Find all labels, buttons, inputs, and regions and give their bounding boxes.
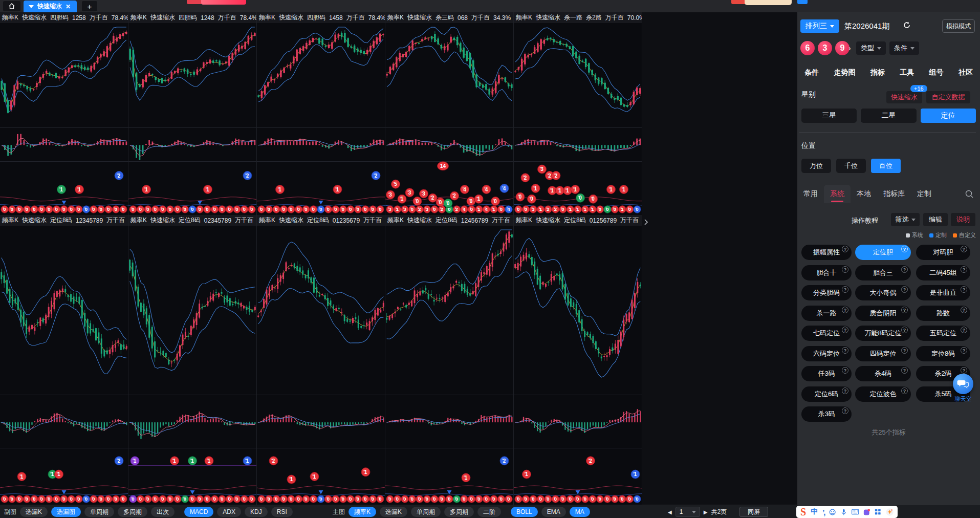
indicator-button[interactable]: 定位波色?: [855, 386, 911, 402]
library-tab[interactable]: 本地: [851, 185, 877, 203]
sidebar-nav-tab[interactable]: 走势图: [834, 68, 855, 80]
help-circle-icon[interactable]: ?: [901, 266, 908, 273]
toolbar-button[interactable]: 二阶: [477, 507, 501, 517]
refresh-icon[interactable]: [903, 21, 911, 31]
help-circle-icon[interactable]: ?: [842, 246, 848, 252]
indicator-button[interactable]: 二码45组?: [916, 265, 970, 280]
tutorial-link[interactable]: 操作教程: [852, 216, 878, 225]
help-circle-icon[interactable]: ?: [842, 266, 848, 273]
help-circle-icon[interactable]: ?: [901, 327, 908, 333]
edit-button[interactable]: 编辑: [923, 213, 948, 226]
chart-canvas[interactable]: 00000000000000000112: [257, 23, 385, 215]
indicator-button[interactable]: 振幅属性?: [801, 245, 852, 260]
indicator-button[interactable]: 胆合十?: [801, 265, 852, 280]
toolbar-button[interactable]: RSI: [271, 507, 293, 517]
help-circle-icon[interactable]: ?: [961, 286, 967, 293]
sidebar-nav-tab[interactable]: 工具: [900, 68, 914, 80]
indicator-button[interactable]: 六码定位?: [801, 346, 852, 361]
chat-icon[interactable]: [953, 374, 973, 394]
toolbar-button[interactable]: MA: [570, 507, 590, 517]
ime-punctuation-toggle[interactable]: ’,: [822, 508, 824, 516]
help-circle-icon[interactable]: ?: [842, 387, 848, 394]
next-arrow[interactable]: ›: [848, 44, 851, 52]
sidebar-nav-tab[interactable]: 指标: [870, 68, 885, 80]
star-mode-button[interactable]: 定位: [921, 109, 976, 123]
toolbar-button[interactable]: 选漏K: [20, 507, 48, 517]
page-select[interactable]: 1: [676, 507, 700, 517]
indicator-button[interactable]: 质合阴阳?: [855, 306, 911, 321]
help-circle-icon[interactable]: ?: [961, 307, 967, 313]
indicator-button[interactable]: 七码定位?: [801, 326, 852, 341]
help-circle-icon[interactable]: ?: [901, 387, 908, 394]
chart-canvas[interactable]: 0000000000000000012: [385, 226, 513, 505]
toolbar-button[interactable]: ADX: [217, 507, 241, 517]
toolbar-button[interactable]: 单周期: [411, 507, 441, 517]
sidebar-nav-tab[interactable]: 条件: [804, 68, 819, 80]
toolbar-button[interactable]: KDJ: [245, 507, 268, 517]
ime-logo[interactable]: S: [800, 507, 806, 517]
tab-quick-shrink[interactable]: 快速缩水 ✕: [24, 1, 77, 12]
indicator-button[interactable]: 路数?: [916, 306, 970, 321]
ime-language-toggle[interactable]: 中: [811, 507, 818, 516]
indicator-button[interactable]: 杀4码?: [855, 366, 911, 381]
indicator-button[interactable]: 定位6码?: [801, 386, 852, 402]
quick-shrink-button[interactable]: 快速缩水: [886, 91, 922, 103]
toolbar-button[interactable]: 出次: [151, 507, 175, 517]
help-circle-icon[interactable]: ?: [842, 407, 848, 414]
toolbar-button[interactable]: EMA: [541, 507, 566, 517]
lottery-select-dropdown[interactable]: 排列三: [800, 19, 839, 33]
help-button[interactable]: 说明: [951, 213, 975, 226]
help-circle-icon[interactable]: ?: [961, 367, 967, 374]
same-screen-button[interactable]: 同屏: [739, 507, 768, 517]
toolbar-button[interactable]: BOLL: [511, 507, 538, 517]
chart-canvas[interactable]: 00312201111000100200132211110011: [514, 23, 642, 215]
help-circle-icon[interactable]: ?: [961, 347, 967, 354]
indicator-button[interactable]: 五码定位?: [916, 326, 970, 341]
library-tab[interactable]: 系统: [824, 185, 851, 203]
collapse-sidebar-handle[interactable]: [642, 214, 649, 230]
apps-grid-icon[interactable]: [875, 508, 881, 515]
chart-canvas[interactable]: 000000000000000001112: [0, 226, 128, 505]
emoji-icon[interactable]: [829, 508, 836, 516]
help-circle-icon[interactable]: ?: [842, 307, 848, 313]
toolbar-button[interactable]: 频率K: [349, 507, 376, 517]
add-tab-button[interactable]: +: [82, 1, 97, 11]
sidebar-nav-tab[interactable]: 组号: [929, 68, 944, 80]
indicator-button[interactable]: 定位8码?: [916, 346, 970, 361]
chart-canvas[interactable]: 000000000000000002111: [257, 226, 385, 505]
help-circle-icon[interactable]: ?: [961, 266, 967, 273]
help-circle-icon[interactable]: ?: [901, 307, 908, 313]
simulation-mode-button[interactable]: 模拟模式: [942, 19, 975, 33]
position-button[interactable]: 万位: [801, 159, 831, 173]
microphone-icon[interactable]: [841, 508, 847, 516]
sidebar-nav-tab[interactable]: 社区: [959, 68, 973, 80]
library-tab[interactable]: 定制: [911, 185, 938, 203]
ai-assistant-icon[interactable]: [886, 508, 894, 516]
indicator-button[interactable]: 对码胆?: [916, 245, 970, 260]
help-circle-icon[interactable]: ?: [842, 286, 848, 293]
condition-dropdown[interactable]: 条件: [889, 41, 919, 55]
star-mode-button[interactable]: 二星: [861, 109, 916, 123]
chart-canvas[interactable]: 00000000000000000112: [0, 23, 128, 215]
indicator-button[interactable]: 任3码?: [801, 366, 852, 381]
help-circle-icon[interactable]: ?: [961, 327, 967, 333]
help-circle-icon[interactable]: ?: [901, 246, 908, 252]
chart-canvas[interactable]: 00000000000000000121: [514, 226, 642, 505]
indicator-button[interactable]: 四码定位?: [855, 346, 911, 361]
indicator-button[interactable]: 分类胆码?: [801, 285, 852, 300]
home-button[interactable]: [3, 1, 20, 11]
keyboard-icon[interactable]: [852, 509, 859, 515]
prev-page-button[interactable]: ◀: [668, 509, 672, 515]
position-button[interactable]: 百位: [871, 159, 901, 173]
indicator-button[interactable]: 杀3码?: [801, 406, 852, 422]
library-tab[interactable]: 指标库: [877, 185, 911, 203]
chat-widget[interactable]: 聊天室: [950, 374, 976, 404]
indicator-button[interactable]: 万能8码定位?: [855, 326, 911, 341]
chart-canvas[interactable]: 31302302024014104145313032002401404: [385, 23, 513, 215]
indicator-button[interactable]: 胆合三?: [855, 265, 911, 280]
help-circle-icon[interactable]: ?: [961, 246, 967, 252]
help-circle-icon[interactable]: ?: [901, 286, 908, 293]
help-circle-icon[interactable]: ?: [842, 327, 848, 333]
toolbar-button[interactable]: 单周期: [84, 507, 114, 517]
help-circle-icon[interactable]: ?: [901, 347, 908, 354]
